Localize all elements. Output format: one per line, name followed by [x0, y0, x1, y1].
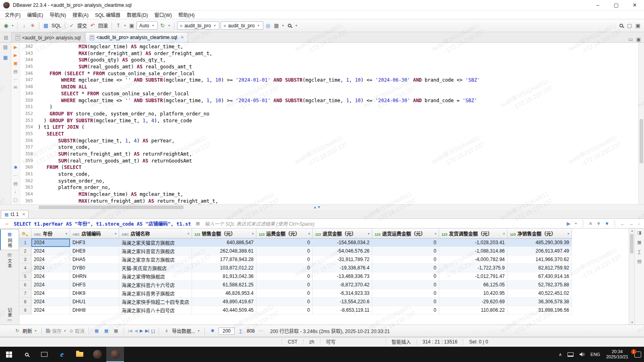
code-line[interactable]: 345 SUM(real_goods_amt) AS real_goods_am…: [20, 64, 638, 70]
refresh-button[interactable]: ↻ 刷新 ▾: [14, 327, 37, 335]
grid-cell[interactable]: -1,028,203.41: [439, 239, 508, 247]
dbeaver-taskbar-icon-active[interactable]: [106, 347, 124, 362]
grid-cell[interactable]: 0: [372, 306, 439, 315]
grid-cell[interactable]: 海澜之家快手恒超二十四专卖店: [119, 298, 192, 306]
file-explorer-icon[interactable]: [71, 347, 89, 362]
column-filter-icon[interactable]: ▼: [114, 232, 117, 236]
commit-icon[interactable]: ✓: [68, 22, 75, 30]
grid-cell[interactable]: -1,012,791.47: [439, 272, 508, 281]
grid-cell[interactable]: -6,314,923.33: [313, 289, 372, 298]
grid-cell[interactable]: 31,898,196.56: [508, 306, 572, 315]
more-options-icon[interactable]: ⋯: [13, 173, 18, 178]
start-button[interactable]: [0, 347, 18, 362]
execute-script-icon[interactable]: ▶: [14, 53, 17, 58]
row-number[interactable]: 8: [19, 298, 31, 306]
code-line[interactable]: 350 WHERE mgclear_time <> '' AND SUBSTR(…: [20, 97, 638, 104]
open-perspective-icon[interactable]: ▢: [626, 22, 633, 30]
grid-cell[interactable]: -8,653,119.11: [313, 306, 372, 315]
column-header-6[interactable]: 123退货金额（元）▼: [313, 228, 372, 239]
mail-export-icon[interactable]: ✉: [14, 85, 17, 90]
row-number[interactable]: 3: [19, 255, 31, 264]
grid-cell[interactable]: 2024: [31, 298, 70, 306]
execute-statement-icon[interactable]: ▶: [14, 45, 17, 49]
column-header-1[interactable]: ABC年份▼: [31, 228, 70, 239]
custom-filter-icon[interactable]: ▦: [194, 220, 201, 228]
language-indicator[interactable]: ENG: [588, 347, 603, 362]
grid-cell[interactable]: 81,913,042.36: [192, 272, 256, 281]
grid-cell[interactable]: -31,911,789.72: [313, 255, 372, 264]
minimize-button[interactable]: –: [588, 0, 607, 10]
export-data-button[interactable]: ⇓ 导出数据... ▾: [163, 327, 200, 335]
code-line[interactable]: 359 SUM(real_return_goods_amt_t) AS retu…: [20, 158, 638, 165]
sql-editor-label[interactable]: SQL: [52, 23, 61, 29]
tab-close-icon[interactable]: ×: [181, 35, 184, 40]
column-filter-icon[interactable]: ▼: [502, 232, 506, 236]
column-header-8[interactable]: 123发货调整金额（元）▼: [439, 228, 508, 239]
column-filter-icon[interactable]: ▼: [251, 232, 254, 236]
grid-cell[interactable]: 0: [256, 298, 313, 306]
grid-cell[interactable]: 485,290,309.39: [508, 239, 572, 247]
code-line[interactable]: 354) t1 LEFT JOIN (: [20, 124, 638, 131]
grid-cell[interactable]: DHRN: [70, 272, 119, 281]
grid-cell[interactable]: 0: [256, 289, 313, 298]
network-icon[interactable]: [565, 347, 576, 362]
row-number[interactable]: 7: [19, 289, 31, 298]
grid-cell[interactable]: -1,722,375.9: [439, 264, 508, 272]
code-line[interactable]: 353 ) GROUP BY SUBSTR(mgclear_time_t, 1,…: [20, 117, 638, 124]
grid-cell[interactable]: 海澜之家抖音男子旗舰店: [119, 289, 192, 298]
grid-cell[interactable]: -4,000,782.94: [439, 255, 508, 264]
grid-cell[interactable]: 0: [372, 264, 439, 272]
calc-panel-icon[interactable]: ∑: [638, 249, 641, 254]
code-line[interactable]: 356 SUBSTR(mgclear_time_t, 1, 4) AS perY…: [20, 138, 638, 144]
panel-toggle-icon[interactable]: ◨: [637, 230, 641, 235]
column-filter-icon[interactable]: ▼: [187, 232, 190, 236]
grid-cell[interactable]: 46,826,953.4: [192, 289, 256, 298]
splitter-collapse-icons[interactable]: ▲▼: [313, 205, 321, 209]
grid-cell[interactable]: 2024: [31, 255, 70, 264]
column-header-4[interactable]: 123销售金额（元）▼: [192, 228, 256, 239]
layout-dropdown-icon[interactable]: ▾: [281, 24, 285, 27]
grid-cell[interactable]: 0: [372, 239, 439, 247]
grid-cell[interactable]: -8,872,370.42: [313, 281, 372, 289]
code-line[interactable]: 351 ): [20, 104, 638, 111]
grid-cell[interactable]: 天猫-英氏官方旗舰店: [119, 264, 192, 272]
expand-filter-icon[interactable]: ⌄: [637, 222, 641, 225]
result-tab-close-icon[interactable]: ×: [22, 212, 25, 217]
results-record-tab[interactable]: 记录 ▭: [0, 304, 19, 325]
menu-item-8[interactable]: 帮助(H): [175, 10, 198, 19]
grid-cell[interactable]: 海澜之家天猫官方旗舰店: [119, 239, 192, 247]
grid-cell[interactable]: 海澜之家京东官方旗舰店: [119, 255, 192, 264]
search-dropdown-icon[interactable]: ▾: [295, 24, 298, 27]
save-button[interactable]: 保存 ▾: [46, 327, 67, 334]
editor-list-icon[interactable]: ▤: [1, 35, 11, 40]
column-header-3[interactable]: ABC店铺名称▼: [119, 228, 192, 239]
grid-cell[interactable]: 40,522,451.02: [508, 289, 572, 298]
save-file-icon[interactable]: ↓: [14, 189, 17, 194]
maximize-editor-icon[interactable]: ▣: [636, 37, 641, 42]
taskbar-search-button[interactable]: [18, 347, 35, 362]
menu-item-6[interactable]: 数据库(D): [124, 10, 151, 19]
code-line[interactable]: 352 GROUP BY store_code, system_order_no…: [20, 111, 638, 117]
column-filter-icon[interactable]: ▼: [367, 232, 370, 236]
table-row[interactable]: 72024DHK9海澜之家抖音男子旗舰店46,826,953.40-6,314,…: [19, 289, 572, 298]
status-caret-position[interactable]: 314 : 21 : 13516: [417, 339, 463, 345]
grid-cell[interactable]: 0: [372, 255, 439, 264]
grid-cell[interactable]: 36,306,578.38: [508, 298, 572, 306]
column-filter-icon[interactable]: ▼: [65, 232, 68, 236]
grid-cell[interactable]: 2024: [31, 306, 70, 315]
editor-tab-analysis-cleartime[interactable]: <audit_bi_pro> analysis_cleartime.sql ×: [85, 32, 188, 42]
code-line[interactable]: 342 MIN(mgclear_time) AS mgclear_time_t,: [20, 43, 638, 50]
grid-cell[interactable]: DHH8: [70, 306, 119, 315]
grid-cell[interactable]: 0: [372, 281, 439, 289]
scroll-down-icon[interactable]: ▼: [631, 321, 634, 324]
schema-select[interactable]: ≡audit_bi_pro▾: [221, 21, 263, 30]
menu-item-2[interactable]: 编辑(E): [24, 10, 46, 19]
grid-cell[interactable]: -19,336,876.4: [313, 264, 372, 272]
cancel-button[interactable]: ⊘ 取消: [69, 327, 85, 334]
grid-cell[interactable]: 640,886,547: [192, 239, 256, 247]
row-number[interactable]: 4: [19, 264, 31, 272]
table-row[interactable]: 52024DHRN海澜之家得物旗舰店81,913,042.360-13,469,…: [19, 272, 572, 281]
code-line[interactable]: 343 MAX(order_freight_amt) AS order_frei…: [20, 50, 638, 57]
grid-cell[interactable]: 10,420.95: [439, 289, 508, 298]
status-insert-mode[interactable]: 智能插入: [386, 338, 417, 345]
